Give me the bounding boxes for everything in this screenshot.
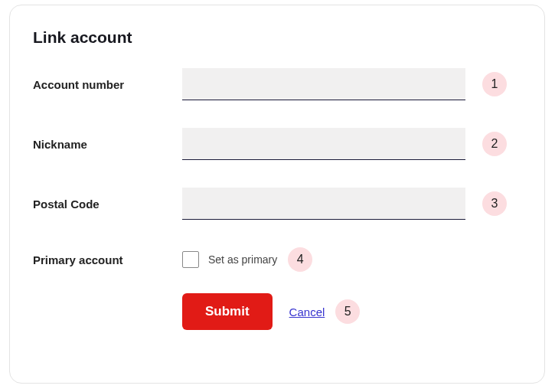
page-title: Link account — [33, 28, 521, 47]
cancel-link[interactable]: Cancel — [289, 305, 325, 318]
row-account-number: Account number 1 — [33, 68, 521, 100]
badge-1: 1 — [482, 72, 507, 96]
submit-button[interactable]: Submit — [182, 293, 273, 330]
nickname-input[interactable] — [182, 128, 465, 160]
row-nickname: Nickname 2 — [33, 128, 521, 160]
badge-4: 4 — [288, 247, 312, 272]
account-number-input[interactable] — [182, 68, 465, 100]
primary-checkbox-group: Set as primary 4 — [182, 247, 312, 272]
label-account-number: Account number — [33, 78, 182, 91]
row-primary: Primary account Set as primary 4 — [33, 247, 521, 272]
badge-2: 2 — [482, 132, 507, 156]
primary-checkbox-label: Set as primary — [208, 253, 277, 266]
badge-3: 3 — [482, 191, 507, 216]
postal-code-input[interactable] — [182, 188, 465, 220]
link-account-card: Link account Account number 1 Nickname 2… — [9, 5, 545, 384]
label-primary: Primary account — [33, 253, 182, 266]
badge-5: 5 — [335, 299, 360, 324]
label-nickname: Nickname — [33, 138, 182, 151]
label-postal-code: Postal Code — [33, 198, 182, 211]
actions-row: Submit Cancel 5 — [182, 293, 521, 330]
primary-checkbox[interactable] — [182, 251, 199, 268]
row-postal-code: Postal Code 3 — [33, 188, 521, 220]
